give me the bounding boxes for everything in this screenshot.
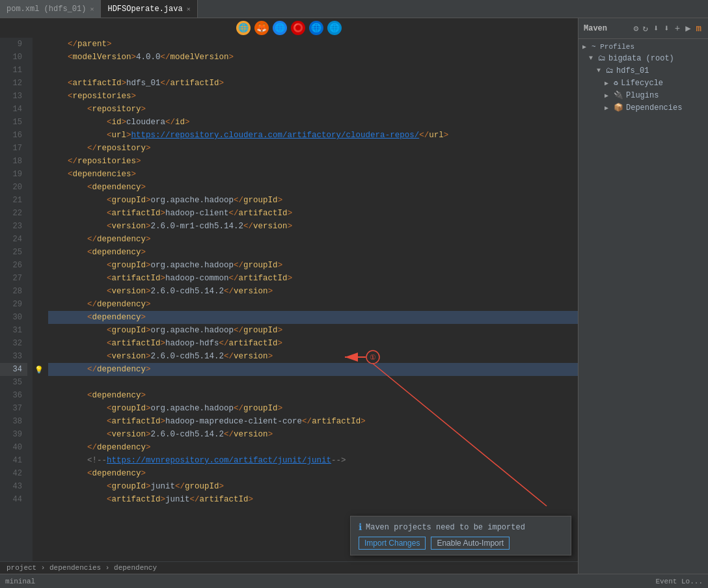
code-line-43: <groupId>junit</groupId> [48, 480, 578, 493]
code-line-25: <dependency> [48, 246, 578, 259]
code-line-32: <artifactId>hadoop-hdfs</artifactId> [48, 337, 578, 350]
settings-icon[interactable]: ⚙ [634, 23, 639, 34]
bulb-icon[interactable]: 💡 [33, 363, 46, 376]
line-num-36: 36 [0, 389, 27, 402]
code-line-40: </dependency> [48, 441, 578, 454]
code-line-26: <groupId>org.apache.hadoop</groupId> [48, 259, 578, 272]
maven-header: Maven ⚙ ↻ ⬇ ⬇ + ▶ m [579, 18, 708, 39]
code-line-28: <version>2.6.0-cdh5.14.2</version> [48, 285, 578, 298]
plugins-arrow: ▶ [605, 92, 611, 100]
line-num-15: 15 [0, 116, 27, 129]
line-num-37: 37 [0, 402, 27, 415]
line-num-12: 12 [0, 77, 27, 90]
line-num-11: 11 [0, 64, 27, 77]
breadcrumb: project › dependencies › dependency [0, 561, 578, 574]
tree-item-lifecycle[interactable]: ▶ ♻ Lifecycle [579, 77, 708, 89]
line-num-21: 21 [0, 194, 27, 207]
bigdata-icon: 🗂 [598, 53, 606, 63]
chrome-icon[interactable]: 🌐 [236, 21, 251, 35]
edge-icon[interactable]: 🌐 [273, 21, 287, 35]
maven-m-btn[interactable]: m [695, 22, 703, 35]
code-line-30: <dependency> [48, 311, 578, 324]
code-line-18: </repositories> [48, 155, 578, 168]
line-num-14: 14 [0, 103, 27, 116]
line-num-25: 25 [0, 246, 27, 259]
code-line-27: <artifactId>hadoop-common</artifactId> [48, 272, 578, 285]
lifecycle-arrow: ▶ [605, 79, 611, 87]
line-num-34: 34 [0, 363, 27, 376]
code-line-19: <dependencies> [48, 168, 578, 181]
tree-item-plugins[interactable]: ▶ 🔌 Plugins [579, 89, 708, 101]
tree-item-bigdata[interactable]: ▼ 🗂 bigdata (root) [579, 52, 708, 64]
maven-download2-btn[interactable]: ⬇ [662, 21, 670, 35]
main-area: 🌐 🦊 🌐 ⭕ 🌐 🌐 9 10 11 12 13 14 15 16 [0, 18, 708, 574]
plugins-icon: 🔌 [614, 90, 623, 100]
tab-pom[interactable]: pom.xml (hdfs_01) ✕ [0, 0, 101, 18]
right-panel: Maven ⚙ ↻ ⬇ ⬇ + ▶ m ▶ ~ Profiles ▼ 🗂 big… [578, 18, 708, 574]
line-num-43: 43 [0, 480, 27, 493]
maven-tree: ▶ ~ Profiles ▼ 🗂 bigdata (root) ▼ 🗂 hdfs… [579, 39, 708, 574]
line-num-17: 17 [0, 142, 27, 155]
code-line-41: <!-- https://mvnrepository.com/artifact/… [48, 454, 578, 467]
tab-hdfsoperate[interactable]: HDFSOperate.java ✕ [101, 0, 197, 18]
line-num-38: 38 [0, 415, 27, 428]
maven-refresh-btn[interactable]: ↻ [641, 21, 649, 35]
code-line-16: <url>https://repository.cloudera.com/art… [48, 129, 578, 142]
code-line-36: <dependency> [48, 389, 578, 402]
line-num-27: 27 [0, 272, 27, 285]
line-num-32: 32 [0, 337, 27, 350]
line-num-18: 18 [0, 155, 27, 168]
tab-pom-close[interactable]: ✕ [90, 5, 94, 13]
code-line-13: <repositories> [48, 90, 578, 103]
code-line-44: <artifactId>junit</artifactId> [48, 493, 578, 506]
status-bar: mininal Event Lo... [0, 574, 708, 588]
opera-icon[interactable]: ⭕ [291, 21, 305, 35]
code-line-14: <repository> [48, 103, 578, 116]
dependencies-icon: 📦 [614, 103, 623, 113]
tree-item-dependencies[interactable]: ▶ 📦 Dependencies [579, 101, 708, 114]
maven-title: Maven [584, 24, 607, 33]
breadcrumb-text: project › dependencies › dependency [7, 564, 157, 572]
line-num-42: 42 [0, 467, 27, 480]
code-content[interactable]: </parent> <modelVersion>4.0.0</modelVers… [46, 38, 578, 561]
maven-add-btn[interactable]: + [674, 22, 681, 35]
dependencies-label: Dependencies [626, 103, 682, 113]
code-line-34: </dependency> [48, 363, 578, 376]
maven-download-btn[interactable]: ⬇ [652, 21, 660, 35]
code-line-17: </repository> [48, 142, 578, 155]
dependencies-arrow: ▶ [605, 104, 611, 112]
code-line-20: <dependency> [48, 181, 578, 194]
line-num-24: 24 [0, 233, 27, 246]
firefox-icon[interactable]: 🦊 [254, 21, 269, 35]
code-line-35 [48, 376, 578, 389]
maven-toolbar: ⚙ ↻ ⬇ ⬇ + ▶ m [634, 21, 703, 35]
tab-hdfsoperate-close[interactable]: ✕ [187, 5, 191, 13]
code-line-21: <groupId>org.apache.hadoop</groupId> [48, 194, 578, 207]
status-right: Event Lo... [655, 578, 703, 585]
code-line-23: <version>2.6.0-mr1-cdh5.14.2</version> [48, 220, 578, 233]
ie-icon[interactable]: 🌐 [309, 21, 323, 35]
enable-auto-import-button[interactable]: Enable Auto-Import [431, 537, 510, 550]
status-left: mininal [5, 578, 35, 585]
tab-pom-label: pom.xml (hdfs_01) [7, 5, 86, 14]
line-num-40: 40 [0, 441, 27, 454]
code-editor[interactable]: 9 10 11 12 13 14 15 16 17 18 19 20 21 22… [0, 38, 578, 561]
tree-item-hdfs01[interactable]: ▼ 🗂 hdfs_01 [579, 64, 708, 77]
code-line-9: </parent> [48, 38, 578, 51]
tree-item-profiles[interactable]: ▶ ~ Profiles [579, 42, 708, 52]
bigdata-label: bigdata (root) [608, 54, 674, 63]
line-num-26: 26 [0, 259, 27, 272]
line-num-29: 29 [0, 298, 27, 311]
code-line-38: <artifactId>hadoop-mapreduce-client-core… [48, 415, 578, 428]
info-icon: ℹ [359, 522, 362, 533]
import-changes-button[interactable]: Import Changes [359, 537, 426, 550]
line-num-28: 28 [0, 285, 27, 298]
tab-bar: pom.xml (hdfs_01) ✕ HDFSOperate.java ✕ [0, 0, 708, 18]
line-num-22: 22 [0, 207, 27, 220]
notification-bar: ℹ Maven projects need to be imported Imp… [350, 516, 571, 555]
hdfs01-label: hdfs_01 [616, 66, 649, 75]
browser5-icon[interactable]: 🌐 [327, 21, 342, 35]
line-num-33: 33 [0, 350, 27, 363]
hdfs01-icon: 🗂 [606, 66, 614, 75]
maven-run-btn[interactable]: ▶ [684, 21, 692, 35]
